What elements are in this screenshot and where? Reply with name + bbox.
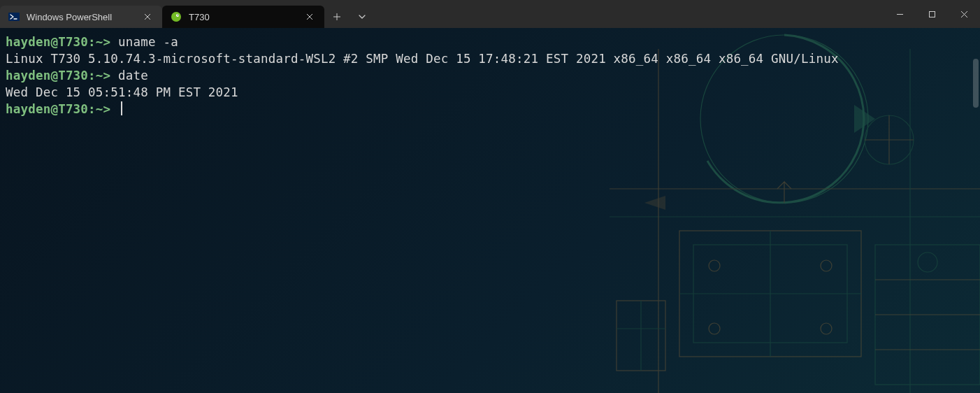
output-text: Linux T730 5.10.74.3-microsoft-standard-… <box>6 52 839 66</box>
minimize-button[interactable] <box>884 0 916 28</box>
svg-point-24 <box>709 323 720 334</box>
terminal-output: hayden@T730:~> uname -aLinux T730 5.10.7… <box>0 28 980 123</box>
svg-point-32 <box>918 252 937 272</box>
tab-powershell[interactable]: Windows PowerShell <box>0 6 162 28</box>
svg-rect-20 <box>679 231 861 357</box>
terminal-body[interactable]: hayden@T730:~> uname -aLinux T730 5.10.7… <box>0 28 980 393</box>
new-tab-button[interactable] <box>324 6 350 28</box>
tab-actions <box>324 0 375 28</box>
tab-label: Windows PowerShell <box>27 12 134 22</box>
prompt-line: hayden@T730:~> date <box>6 67 974 84</box>
svg-point-23 <box>821 260 832 271</box>
prompt: hayden@T730:~> <box>6 102 110 116</box>
command-text: date <box>110 69 148 83</box>
cursor <box>121 101 122 115</box>
output-line: Wed Dec 15 05:51:48 PM EST 2021 <box>6 84 974 101</box>
powershell-icon <box>8 11 20 22</box>
command-text <box>110 102 118 116</box>
output-line: Linux T730 5.10.74.3-microsoft-standard-… <box>6 50 974 67</box>
svg-rect-12 <box>929 11 935 17</box>
close-window-button[interactable] <box>948 0 980 28</box>
scrollbar-thumb[interactable] <box>973 59 979 108</box>
prompt: hayden@T730:~> <box>6 35 110 49</box>
close-icon[interactable] <box>303 10 316 23</box>
tab-dropdown-button[interactable] <box>350 6 375 28</box>
command-text: uname -a <box>110 35 178 49</box>
output-text: Wed Dec 15 05:51:48 PM EST 2021 <box>6 85 238 99</box>
tab-t730[interactable]: T730 <box>162 6 324 28</box>
svg-rect-33 <box>617 301 665 371</box>
window-controls <box>884 0 980 28</box>
svg-point-25 <box>821 323 832 334</box>
prompt: hayden@T730:~> <box>6 69 110 83</box>
svg-point-6 <box>178 15 179 16</box>
prompt-line: hayden@T730:~> uname -a <box>6 34 974 50</box>
svg-rect-21 <box>693 245 847 343</box>
tabs-region: Windows PowerShell T730 <box>0 0 375 28</box>
maximize-button[interactable] <box>916 0 948 28</box>
opensuse-icon <box>171 11 182 22</box>
close-icon[interactable] <box>141 10 154 23</box>
prompt-line: hayden@T730:~> <box>6 101 974 117</box>
svg-point-4 <box>171 12 181 22</box>
svg-point-22 <box>709 260 720 271</box>
svg-rect-28 <box>875 245 980 385</box>
titlebar: Windows PowerShell T730 <box>0 0 980 28</box>
svg-rect-0 <box>8 13 20 21</box>
tab-label: T730 <box>189 12 296 22</box>
